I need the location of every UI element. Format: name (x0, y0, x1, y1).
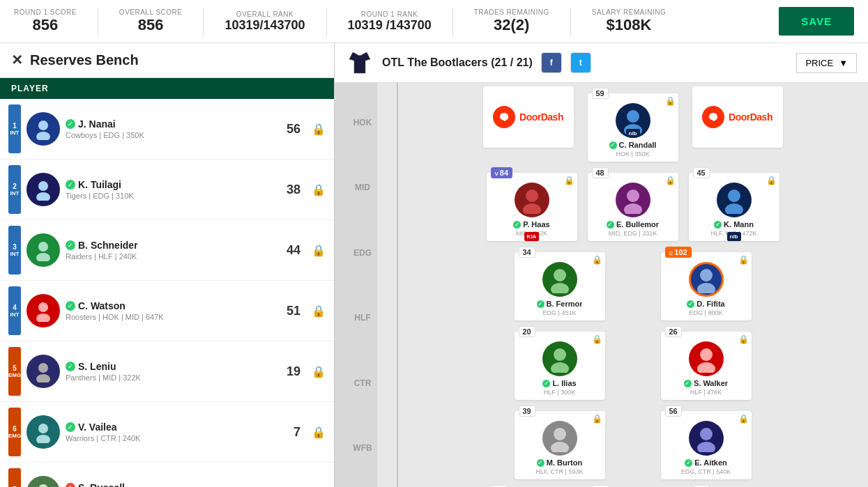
reserves-header: ✕ Reserves Bench (0, 43, 334, 78)
player-meta: Tigers | EDG | 310K (66, 192, 274, 200)
svg-point-0 (38, 121, 48, 130)
svg-point-7 (36, 314, 50, 322)
mid-player-card-haas[interactable]: V84 🔒 KIA P. Haas MID | 782K (487, 173, 577, 241)
overall-score-value: 856 (138, 16, 164, 34)
player-meta: Panthers | MID | 322K (66, 373, 274, 382)
player-card-name: S. Walker (694, 379, 728, 387)
status-icon (537, 300, 545, 308)
status-icon (542, 380, 550, 387)
player-meta: Roosters | HOK | MID | 647K (66, 313, 274, 321)
avatar (26, 233, 60, 267)
twitter-button[interactable]: t (570, 52, 591, 73)
svg-point-31 (700, 348, 713, 361)
status-icon (607, 221, 614, 229)
field-background: HOK MID EDG HLF CTR WFB (335, 83, 868, 487)
mid-player-card-bullemor[interactable]: 48 🔒 E. Bullemor MID, EDG | 331K (588, 173, 678, 241)
avatar: nib (616, 103, 650, 138)
zone-wfb: WFB (335, 440, 390, 456)
mann-score: 45 (693, 167, 710, 178)
avatar (689, 262, 724, 297)
svg-point-23 (728, 190, 740, 202)
list-item: 4INT C. Watson Roosters | HOK | MID | 64… (0, 281, 334, 341)
status-icon (66, 422, 75, 432)
player-card-meta: HLF | 300K (519, 389, 601, 396)
lock-icon: 🔒 (312, 183, 326, 196)
player-info: B. Schneider Raiders | HLF | 240K (66, 240, 274, 261)
svg-point-25 (554, 269, 566, 281)
avatar: nib (717, 183, 752, 217)
zone-hlf: HLF (335, 310, 390, 325)
lock-icon: 🔒 (665, 176, 676, 185)
divider-1 (98, 8, 98, 36)
player-score: 51 (280, 304, 300, 318)
ilias-score: 20 (519, 326, 535, 337)
svg-point-36 (697, 442, 715, 452)
hok-player-card[interactable]: 59 🔒 nib C. Randall HOK | 350K (588, 93, 678, 162)
salary-remaining-value: $108K (607, 16, 652, 34)
hlf-player-card-walker[interactable]: 26 🔒 S. Walker HLF | 476K (661, 332, 752, 400)
svg-point-3 (36, 192, 50, 201)
mid-player-card-mann[interactable]: 45 🔒 nib K. Mann HLF, MID | 472K (689, 173, 779, 241)
svg-point-33 (554, 428, 566, 440)
close-icon[interactable]: ✕ (11, 52, 23, 68)
hok-player-status: C. Randall (592, 141, 674, 149)
player-card-name: C. Randall (619, 141, 657, 149)
svg-point-22 (624, 203, 642, 214)
avatar (542, 262, 577, 297)
avatar (542, 341, 577, 376)
ctr-player-card-aitken[interactable]: 56 🔒 E. Aitken EDG, CTR | 540K (661, 411, 752, 479)
player-info: J. Nanai Cowboys | EDG | 350K (66, 118, 274, 139)
hlf-player-card-ilias[interactable]: 20 🔒 L. Ilias HLF | 300K (515, 332, 605, 400)
player-info: K. Tuilagi Tigers | EDG | 310K (66, 179, 274, 200)
status-icon (685, 459, 692, 467)
lock-icon: 🔒 (312, 365, 326, 378)
player-card-meta: EDG | 451K (519, 309, 601, 316)
svg-point-1 (36, 132, 50, 140)
svg-point-35 (700, 428, 713, 440)
status-icon (687, 300, 694, 308)
player-name: V. Vailea (78, 422, 117, 433)
svg-point-2 (38, 181, 48, 191)
fermor-score: 34 (519, 247, 535, 258)
round1-score-stat: ROUND 1 SCORE 856 (14, 8, 77, 34)
right-sponsor-card: DoorDash (692, 86, 783, 148)
svg-point-29 (554, 348, 566, 361)
player-name: C. Watson (78, 300, 125, 311)
player-status-name: C. Watson (66, 300, 274, 311)
lock-icon: 🔒 (592, 414, 602, 424)
svg-point-28 (697, 283, 715, 293)
reserves-panel: ✕ Reserves Bench PLAYER 1INT J. Nanai Co… (0, 43, 335, 487)
round1-score-label: ROUND 1 SCORE (14, 8, 77, 16)
svg-point-24 (725, 203, 743, 214)
edg-player-card-fermor[interactable]: 34 🔒 B. Fermor EDG | 451K (515, 252, 605, 320)
save-button[interactable]: SAVE (779, 7, 854, 36)
edg-player-card-fifita[interactable]: C102 🔒 D. Fifita EDG | 800K (661, 252, 752, 320)
player-name: S. Leniu (78, 361, 116, 372)
bullemor-status: E. Bullemor (592, 220, 674, 229)
player-status-name: S. Leniu (66, 361, 274, 372)
list-item: 7EMG S. Russell Eels | WFB | 260K 41 🔒 (0, 463, 334, 487)
avatar (26, 415, 60, 449)
player-card-name: B. Fermor (547, 300, 583, 308)
status-icon (714, 221, 722, 229)
overall-rank-stat: OVERALL RANK 10319/143700 (224, 10, 305, 33)
status-icon (66, 483, 75, 487)
status-icon (609, 141, 617, 149)
list-item: 6EMG V. Vailea Warriors | CTR | 240K 7 🔒 (0, 402, 334, 463)
svg-point-19 (526, 190, 538, 202)
field-content: DoorDash 59 🔒 nib C. Randall (404, 86, 861, 484)
player-status-name: J. Nanai (66, 118, 274, 130)
lock-icon: 🔒 (766, 176, 777, 185)
svg-point-11 (36, 435, 50, 443)
facebook-button[interactable]: f (541, 52, 562, 73)
price-select[interactable]: PRICE ▼ (796, 53, 857, 73)
haas-score: V84 (491, 167, 513, 178)
player-info: S. Russell Eels | WFB | 260K (66, 482, 274, 487)
ctr-player-card-burton[interactable]: 39 🔒 M. Burton HLF, CTR | 593K (515, 411, 605, 479)
lock-icon: 🔒 (564, 176, 574, 185)
player-card-meta: HLF | 476K (665, 389, 747, 396)
slot-7-label: 7EMG (8, 468, 21, 487)
player-status-name: S. Russell (66, 482, 274, 487)
zone-edg: EDG (335, 245, 390, 261)
svg-point-32 (697, 362, 715, 373)
